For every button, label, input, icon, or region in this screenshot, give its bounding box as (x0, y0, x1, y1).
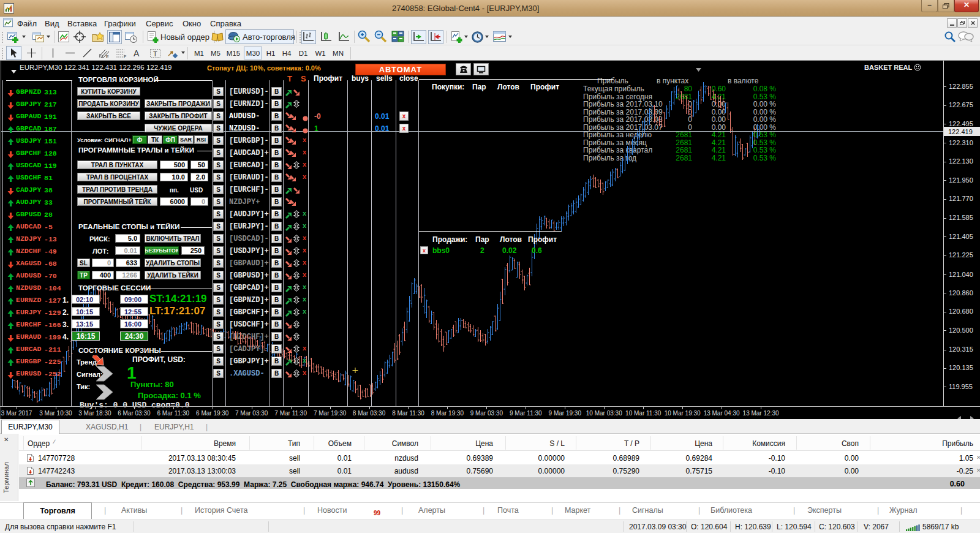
svg-text:T: T (153, 50, 157, 57)
svg-text:E: E (106, 55, 109, 59)
svg-text:F: F (124, 55, 126, 59)
